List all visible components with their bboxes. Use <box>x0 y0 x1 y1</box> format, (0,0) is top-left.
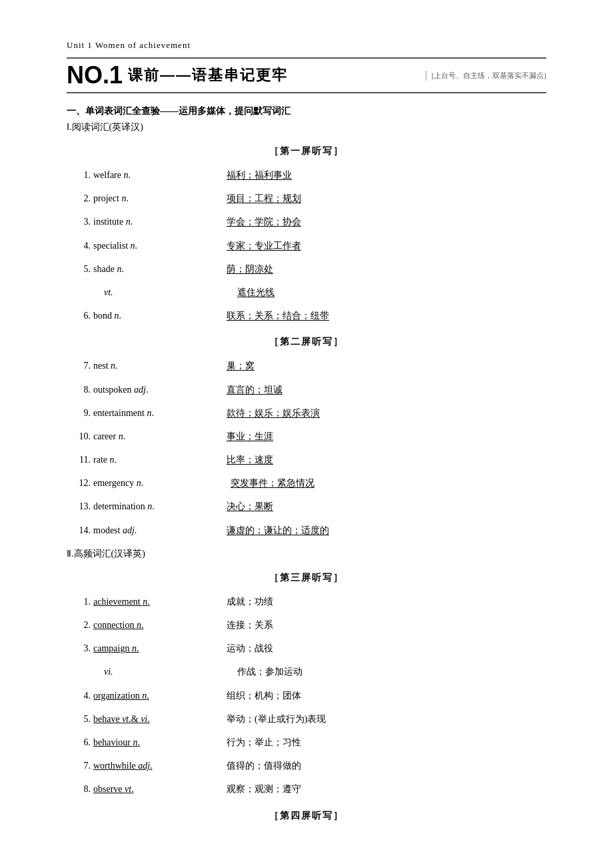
heading-number: NO.1 <box>67 61 123 89</box>
subsection2-title: Ⅱ.高频词汇(汉译英) <box>67 548 546 560</box>
batch1-title: ［第一屏听写］ <box>67 145 546 157</box>
list-item: 7. nest n. 巢；窝 <box>67 357 546 374</box>
batch2-title: ［第二屏听写］ <box>67 336 546 348</box>
list-item: 11. rate n. 比率；速度 <box>67 451 546 468</box>
subsection1-title: Ⅰ.阅读词汇(英译汉) <box>67 121 546 133</box>
list-item: 8. outspoken adj. 直言的；坦诚 <box>67 381 546 398</box>
list-item: 14. modest adj. 谦虚的；谦让的；适度的 <box>67 522 546 539</box>
section1-title: 一、单词表词汇全查验——运用多媒体，提问默写词汇 <box>67 105 546 117</box>
batch3-vocab-list: 1. achievement n. 成就；功绩 2. connection n.… <box>67 593 546 798</box>
list-item: 2. project n. 项目；工程；规划 <box>67 190 546 207</box>
list-item: 5. shade n. 荫；阴凉处 <box>67 261 546 277</box>
batch4-title: ［第四屏听写］ <box>67 810 546 822</box>
list-item: vt. 遮住光线 <box>67 284 546 301</box>
list-item: 6. behaviour n. 行为；举止；习性 <box>67 734 546 751</box>
batch2-vocab-list: 7. nest n. 巢；窝 8. outspoken adj. 直言的；坦诚 … <box>67 357 546 539</box>
unit-title: Unit 1 Women of achievement <box>67 40 546 51</box>
heading-text: 课前——语基串记更牢 <box>128 65 426 85</box>
list-item: 3. campaign n. 运动；战役 <box>67 640 546 657</box>
batch1-vocab-list: 1. welfare n. 福利；福利事业 2. project n. 项目；工… <box>67 167 546 324</box>
list-item: 9. entertainment n. 款待；娱乐；娱乐表演 <box>67 405 546 421</box>
list-item: 4. organization n. 组织；机构；团体 <box>67 687 546 704</box>
list-item: 13. determination n. 决心；果断 <box>67 498 546 515</box>
list-item: 12. emergency n. 突发事件；紧急情况 <box>67 475 546 491</box>
heading-subtitle: [上台号、自主练，双基落实不漏点] <box>426 71 546 81</box>
list-item: vi. 作战；参加运动 <box>67 663 546 680</box>
main-heading: NO.1 课前——语基串记更牢 [上台号、自主练，双基落实不漏点] <box>67 57 546 93</box>
list-item: 6. bond n. 联系；关系；结合；纽带 <box>67 307 546 324</box>
list-item: 5. behave vt.& vi. 举动；(举止或行为)表现 <box>67 711 546 727</box>
list-item: 1. achievement n. 成就；功绩 <box>67 593 546 610</box>
list-item: 4. specialist n. 专家；专业工作者 <box>67 237 546 254</box>
list-item: 7. worthwhile adj. 值得的；值得做的 <box>67 757 546 774</box>
list-item: 1. welfare n. 福利；福利事业 <box>67 167 546 183</box>
batch3-title: ［第三屏听写］ <box>67 572 546 584</box>
list-item: 2. connection n. 连接；关系 <box>67 617 546 633</box>
list-item: 3. institute n. 学会；学院；协会 <box>67 213 546 230</box>
list-item: 8. observe vt. 观察；观测；遵守 <box>67 781 546 797</box>
list-item: 10. career n. 事业；生涯 <box>67 428 546 445</box>
